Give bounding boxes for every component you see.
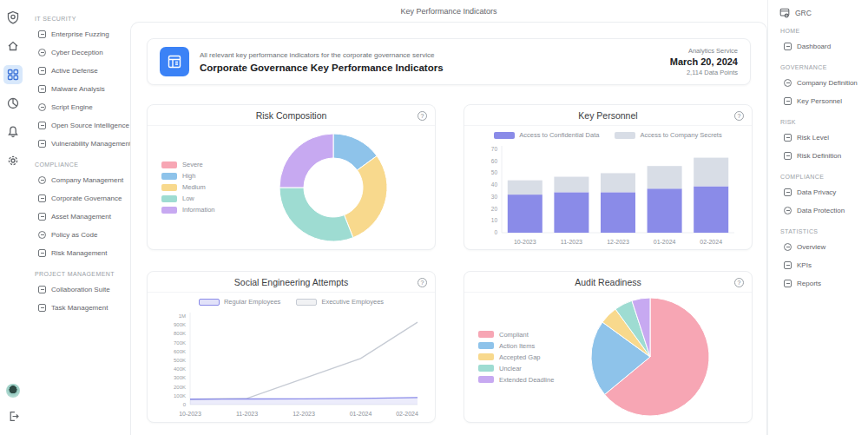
sidebar-item-vulnerability-management[interactable]: Vulnerability Management [33,135,125,153]
app-logo-shield-icon[interactable] [3,8,23,27]
chart-legend: Regular EmployeesExecutive Employees [199,298,384,306]
legend-swatch [478,342,494,349]
svg-text:300K: 300K [173,375,185,380]
help-icon[interactable]: ? [418,111,427,121]
risk-composition-card: Risk Composition ? SevereHighMediumLowIn… [147,104,436,250]
sidebar-item-script-engine[interactable]: Script Engine [33,98,125,116]
sidebar-item-risk-definition[interactable]: Risk Definition [779,147,865,165]
legend-label: Low [182,194,194,202]
legend-entry[interactable]: Extended Deadline [478,376,548,384]
chart-legend: CompliantAction ItemsAccepted GapUnclear… [464,327,548,387]
logout-icon[interactable] [3,406,23,425]
sidebar-item-reports[interactable]: Reports [779,274,865,293]
sidebar-item-policy-as-code[interactable]: Policy as Code [33,226,125,244]
legend-entry[interactable]: Low [161,194,231,202]
chart-legend: Access to Confidential DataAccess to Com… [494,131,721,139]
sidebar-item-cyber-deception[interactable]: Cyber Deception [33,43,125,62]
sidebar-item-label: Company Management [51,176,123,184]
sidebar-item-active-defense[interactable]: Active Defense [33,62,125,80]
sidebar-item-risk-level[interactable]: Risk Level [779,129,865,147]
legend-swatch [161,207,177,214]
legend-label: Access to Confidential Data [519,131,599,139]
sidebar-item-company-definition[interactable]: Company Definition [779,74,865,92]
data-protection-icon [784,207,792,214]
help-icon[interactable]: ? [734,278,744,287]
line-chart: 0100K200K300K400K500K600K700K800K900K1M1… [159,306,424,425]
legend-entry[interactable]: Accepted Gap [478,353,548,361]
stacked-bar-chart: 01020304050607010-202311-202312-202301-2… [476,139,741,254]
sidebar-item-enterprise-fuzzing[interactable]: Enterprise Fuzzing [33,25,125,43]
legend-swatch [161,161,177,168]
legend-entry[interactable]: Access to Confidential Data [494,131,599,139]
help-icon[interactable]: ? [418,278,427,287]
chart-title: Social Engineering Attempts [148,272,435,293]
sidebar-item-label: Malware Analysis [51,85,105,93]
company-definition-icon [784,79,792,87]
key-personnel-card: Key Personnel ? Access to Confidential D… [464,104,753,250]
svg-text:0: 0 [494,229,497,235]
audit-readiness-card: Audit Readiness ? CompliantAction ItemsA… [464,271,753,423]
analytics-pie-icon[interactable] [3,94,23,113]
data-points-count: 2,114 Data Points [670,69,738,76]
sidebar-item-asset-management[interactable]: Asset Management [33,208,125,226]
help-icon[interactable]: ? [734,111,744,121]
section-label: STATISTICS [780,228,865,234]
legend-entry[interactable]: Executive Employees [296,298,384,306]
legend-entry[interactable]: Compliant [478,331,548,339]
report-date: March 20, 2024 [670,56,738,67]
sidebar-item-corporate-governance[interactable]: Corporate Governance [33,189,125,208]
chart-legend: SevereHighMediumLowInformation [148,157,231,217]
svg-text:600K: 600K [173,349,185,354]
sidebar-item-key-personnel[interactable]: Key Personnel [779,92,865,110]
sidebar-item-label: Overview [797,243,825,251]
legend-entry[interactable]: Severe [161,161,231,168]
donut-chart [231,131,435,244]
sidebar-item-risk-management[interactable]: Risk Management [33,244,125,262]
sidebar-item-collaboration-suite[interactable]: Collaboration Suite [33,280,125,299]
legend-entry[interactable]: High [161,172,231,180]
svg-text:50: 50 [490,169,497,175]
header-card-title: Corporate Governance Key Performance Ind… [200,63,660,73]
chart-title: Key Personnel [464,105,752,126]
svg-text:01-2024: 01-2024 [653,239,675,245]
sidebar-item-label: Reports [797,280,821,287]
legend-swatch [478,365,494,372]
charts-grid: Risk Composition ? SevereHighMediumLowIn… [147,104,751,423]
sidebar-item-label: Policy as Code [51,231,97,239]
legend-swatch [161,184,177,191]
svg-text:02-2024: 02-2024 [700,239,722,245]
sidebar-item-overview[interactable]: Overview [779,238,865,256]
overview-icon [784,243,792,251]
vulnerability-icon [38,140,46,148]
fuzzing-icon [38,30,46,38]
legend-entry[interactable]: Medium [161,183,231,191]
legend-entry[interactable]: Unclear [478,365,548,372]
legend-entry[interactable]: Action Items [478,342,548,350]
dashboard-grid-icon[interactable] [3,65,23,84]
sidebar-item-label: Open Source Intelligence [51,122,129,129]
settings-gear-icon[interactable] [3,151,23,170]
legend-label: High [182,172,195,180]
sidebar-item-task-management[interactable]: Task Management [33,299,125,317]
sidebar-item-kpis[interactable]: KPIs [779,256,865,274]
sidebar-item-label: Enterprise Fuzzing [51,30,109,38]
sidebar-item-open-source-intelligence[interactable]: Open Source Intelligence [33,116,125,135]
sidebar-item-company-management[interactable]: Company Management [33,171,125,189]
home-icon[interactable] [3,36,23,56]
legend-label: Severe [182,161,203,168]
brand-row: GRC [779,7,865,19]
risk-level-icon [784,134,792,142]
notifications-bell-icon[interactable] [3,122,23,142]
kpis-icon [784,261,792,269]
user-avatar[interactable] [6,384,20,398]
legend-entry[interactable]: Information [161,206,231,214]
sidebar-item-dashboard[interactable]: Dashboard [779,37,865,56]
sidebar-item-label: Risk Level [797,134,829,142]
svg-text:02-2024: 02-2024 [396,411,418,417]
sidebar-item-malware-analysis[interactable]: Malware Analysis [33,80,125,98]
social-engineering-card: Social Engineering Attempts ? Regular Em… [147,271,436,423]
sidebar-item-data-protection[interactable]: Data Protection [779,201,865,220]
sidebar-item-data-privacy[interactable]: Data Privacy [779,183,865,201]
legend-entry[interactable]: Access to Company Secrets [615,131,721,139]
legend-entry[interactable]: Regular Employees [199,298,280,306]
